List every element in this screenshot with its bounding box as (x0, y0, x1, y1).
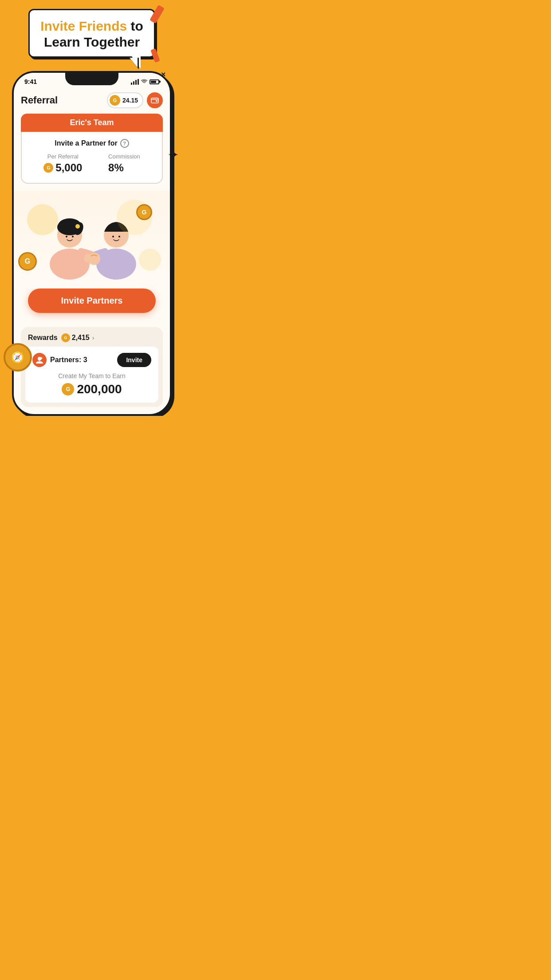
deco-circle-right-bottom (139, 249, 161, 271)
team-name-banner: Eric's Team (21, 114, 163, 132)
svg-point-14 (118, 236, 120, 237)
per-referral-value: G 5,000 (43, 162, 82, 174)
svg-point-9 (72, 236, 74, 237)
signal-bar-2 (133, 81, 134, 85)
wifi-icon (141, 79, 147, 85)
svg-point-18 (88, 253, 100, 265)
commission-label: Commission (108, 153, 140, 160)
coin-icon-small: G (110, 95, 120, 106)
svg-point-13 (112, 236, 114, 237)
rewards-label: Rewards (28, 334, 58, 342)
compass-deco: 🧭 (4, 343, 32, 371)
coin-badge[interactable]: G 24.15 (107, 92, 143, 108)
deco-circle-left (27, 204, 58, 235)
stat-coin-icon: G (43, 163, 53, 173)
per-referral-stat: Per Referral G 5,000 (43, 153, 82, 174)
partners-info: Partners: 3 (32, 353, 87, 367)
phone-content: Referral G 24.15 (14, 85, 170, 184)
status-icons (131, 79, 159, 85)
svg-point-8 (66, 236, 67, 237)
speech-bubble: Invite Friends to Learn Together (28, 9, 155, 58)
partners-count: Partners: 3 (50, 356, 87, 364)
coin-amount: 24.15 (122, 97, 138, 104)
banner-highlight: Invite Friends (40, 19, 127, 33)
rewards-amount[interactable]: G 2,415 › (61, 333, 94, 342)
invite-button-wrapper: Invite Partners (14, 288, 170, 320)
invite-small-button[interactable]: Invite (117, 353, 151, 367)
invite-partners-button[interactable]: Invite Partners (28, 288, 156, 313)
svg-rect-1 (156, 100, 157, 102)
wallet-button[interactable] (147, 92, 163, 108)
header-right: G 24.15 (107, 92, 163, 108)
rewards-body: Partners: 3 Invite Create My Team to Ear… (25, 347, 158, 403)
earn-amount: G 200,000 (32, 382, 151, 396)
phone-mockup: 9:41 (12, 71, 172, 416)
svg-point-16 (110, 237, 113, 240)
team-name: Eric's Team (70, 118, 114, 127)
bubble-tail-white (130, 58, 138, 67)
team-card: Eric's Team Invite a Partner for ? Per R… (21, 114, 163, 184)
battery-icon (150, 79, 159, 84)
app-title: Referral (21, 95, 58, 106)
stats-row: Per Referral G 5,000 Commission 8% (31, 153, 153, 174)
status-time: 9:41 (24, 78, 37, 85)
phone-notch (65, 73, 118, 85)
partner-icon (32, 353, 47, 367)
spark-deco-right: ✦ (167, 146, 179, 163)
svg-point-15 (119, 237, 122, 240)
earn-coin-icon: G (62, 383, 74, 395)
signal-bar-1 (131, 83, 132, 85)
signal-bar-4 (138, 79, 139, 85)
coin-deco-topright: G (136, 204, 152, 220)
commission-value: 8% (108, 162, 140, 174)
rewards-coin-icon: G (61, 333, 70, 342)
team-card-body: Invite a Partner for ? Per Referral G 5,… (22, 132, 162, 183)
rewards-header: Rewards G 2,415 › (21, 327, 163, 347)
earn-label: Create My Team to Earn (32, 372, 151, 379)
svg-point-7 (75, 224, 80, 229)
invite-label: Invite a Partner for ? (31, 139, 153, 148)
illustration-area: G G (14, 191, 170, 288)
signal-bars (131, 79, 139, 85)
app-header: Referral G 24.15 (21, 89, 163, 114)
partners-row: Partners: 3 Invite (32, 353, 151, 367)
signal-bar-3 (135, 80, 137, 85)
rewards-section: Rewards G 2,415 › (21, 327, 163, 407)
per-referral-label: Per Referral (43, 153, 82, 160)
commission-stat: Commission 8% (108, 153, 140, 174)
phone-wrapper: 🧭 ✦ 9:41 (0, 58, 184, 416)
info-icon[interactable]: ? (120, 139, 129, 148)
coin-deco-bottomleft: G (18, 252, 37, 271)
banner-title: Invite Friends to Learn Together (40, 18, 143, 50)
chevron-right-icon: › (92, 334, 94, 341)
banner-area: Invite Friends to Learn Together (0, 0, 184, 58)
